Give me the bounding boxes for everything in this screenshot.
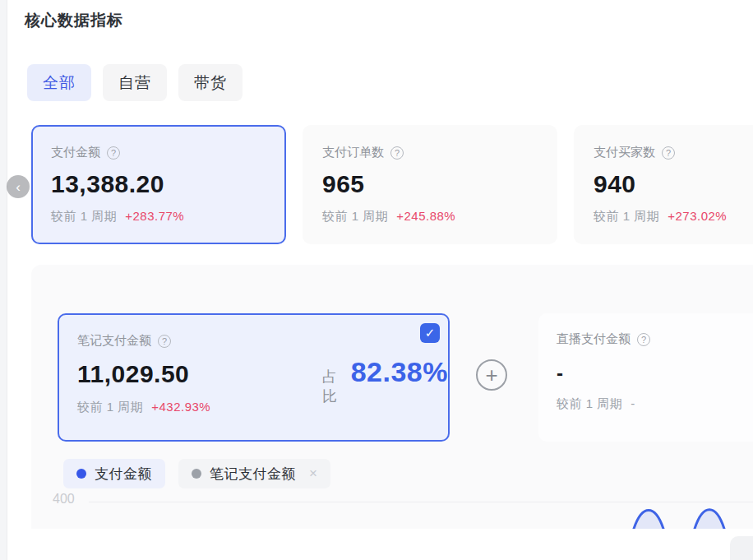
metric-compare-row: 较前 1 周期 +273.02% <box>594 209 753 224</box>
sub-card-live-payment[interactable]: 直播支付金额 ? - 较前 1 周期 - <box>538 313 753 442</box>
metric-compare-row: 较前 1 周期 +245.88% <box>322 209 557 224</box>
plus-icon: + <box>485 364 497 386</box>
delta-value: +432.93% <box>151 400 210 415</box>
sub-card-note-payment[interactable]: ✓ 笔记支付金额 ? 11,029.50 占比 82.38% 较前 1 周期 +… <box>58 313 450 442</box>
metric-label: 笔记支付金额 <box>77 333 151 349</box>
legend-dot-icon <box>76 469 86 479</box>
metric-value: 940 <box>594 170 753 198</box>
metric-label: 支付订单数 <box>322 145 384 160</box>
legend-dot-icon <box>192 469 201 479</box>
tab-all[interactable]: 全部 <box>27 64 91 101</box>
metric-compare-row: 较前 1 周期 - <box>557 396 753 412</box>
delta-value: +245.88% <box>396 209 455 224</box>
add-metric-button[interactable]: + <box>476 359 507 391</box>
compare-label: 较前 1 周期 <box>77 400 143 415</box>
metric-card-buyer-count[interactable]: 支付买家数 ? 940 较前 1 周期 +273.02% <box>574 125 753 244</box>
metric-value: 13,388.20 <box>51 170 284 198</box>
metric-label: 支付买家数 <box>594 145 655 160</box>
ratio-label: 占比 <box>322 367 345 406</box>
metric-label-row: 笔记支付金额 ? <box>77 333 430 349</box>
help-icon[interactable]: ? <box>390 146 404 160</box>
compare-label: 较前 1 周期 <box>594 209 659 224</box>
legend-chip-payment-amount[interactable]: 支付金额 <box>63 459 165 488</box>
compare-label: 较前 1 周期 <box>322 209 388 224</box>
ratio-value: 82.38% <box>351 356 448 388</box>
metric-label-row: 支付买家数 ? <box>594 145 753 160</box>
checkbox-checked[interactable]: ✓ <box>420 323 440 343</box>
tab-affiliate[interactable]: 带货 <box>178 64 243 101</box>
help-icon[interactable]: ? <box>662 146 675 160</box>
legend-label: 支付金额 <box>95 465 152 484</box>
metric-label: 直播支付金额 <box>557 331 631 347</box>
corner-scroll-widget[interactable] <box>730 536 753 560</box>
metric-compare-row: 较前 1 周期 +283.77% <box>51 209 284 224</box>
delta-value: +283.77% <box>125 209 184 224</box>
page-left-gutter <box>0 0 7 560</box>
metric-value: 965 <box>322 170 557 198</box>
y-axis-tick-400: 400 <box>53 492 75 507</box>
compare-label: 较前 1 周期 <box>557 396 622 412</box>
help-icon[interactable]: ? <box>107 146 120 160</box>
close-icon[interactable]: × <box>309 465 317 482</box>
help-icon[interactable]: ? <box>158 335 171 348</box>
help-icon[interactable]: ? <box>637 333 650 346</box>
tab-self-operated[interactable]: 自营 <box>103 64 167 101</box>
delta-value: - <box>631 396 635 412</box>
metric-label-row: 直播支付金额 ? <box>557 331 753 347</box>
compare-label: 较前 1 周期 <box>51 209 117 224</box>
payment-line-chart-peaks <box>629 506 753 529</box>
gridline-400 <box>89 502 753 502</box>
metric-value: - <box>557 362 753 385</box>
check-icon: ✓ <box>425 326 436 340</box>
legend-chip-note-payment-amount[interactable]: 笔记支付金额 × <box>178 459 330 488</box>
chevron-left-icon: ‹ <box>16 180 21 194</box>
carousel-prev-button[interactable]: ‹ <box>7 175 30 198</box>
metric-card-order-count[interactable]: 支付订单数 ? 965 较前 1 周期 +245.88% <box>303 125 557 244</box>
page-title: 核心数据指标 <box>25 10 123 31</box>
metric-label: 支付金额 <box>51 145 100 160</box>
scope-tabs: 全部 自营 带货 <box>27 64 243 101</box>
delta-value: +273.02% <box>668 209 727 224</box>
ratio-group: 占比 82.38% <box>322 356 448 406</box>
chart-panel: ✓ 笔记支付金额 ? 11,029.50 占比 82.38% 较前 1 周期 +… <box>31 265 753 529</box>
metric-card-payment-amount[interactable]: 支付金额 ? 13,388.20 较前 1 周期 +283.77% <box>31 125 286 244</box>
metric-label-row: 支付金额 ? <box>51 145 284 160</box>
legend-label: 笔记支付金额 <box>210 465 296 484</box>
metric-label-row: 支付订单数 ? <box>322 145 557 160</box>
dashboard-screen: 核心数据指标 全部 自营 带货 ‹ 支付金额 ? 13,388.20 较前 1 … <box>0 0 753 560</box>
